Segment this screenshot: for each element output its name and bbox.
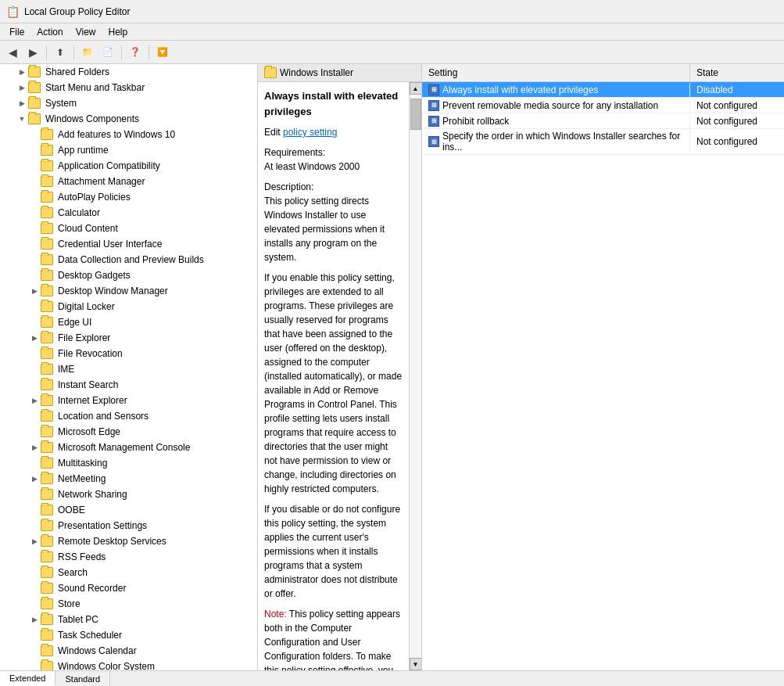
tree-item-task-scheduler[interactable]: Task Scheduler — [0, 627, 257, 643]
scroll-down-btn[interactable]: ▼ — [410, 658, 422, 670]
policy-icon-always-install: ⊞ — [428, 84, 439, 95]
folder-icon-instant-search — [41, 379, 53, 390]
tree-item-windows-components[interactable]: ▼Windows Components — [0, 111, 257, 127]
toolbar-up[interactable]: ⬆ — [51, 44, 70, 61]
scroll-up-btn[interactable]: ▲ — [410, 82, 422, 95]
tree-item-desktop-window[interactable]: ▶Desktop Window Manager — [0, 283, 257, 299]
tree-label-multitasking: Multitasking — [55, 458, 107, 469]
tree-item-microsoft-mgmt[interactable]: ▶Microsoft Management Console — [0, 440, 257, 455]
col-state: State — [690, 64, 784, 81]
tree-item-system[interactable]: ▶System — [0, 95, 257, 111]
toolbar-forward[interactable]: ▶ — [23, 44, 42, 61]
menu-action[interactable]: Action — [30, 25, 69, 39]
tree-label-attachment-manager: Attachment Manager — [55, 176, 145, 187]
tree-item-internet-explorer[interactable]: ▶Internet Explorer — [0, 393, 257, 408]
folder-icon-digital-locker — [41, 301, 53, 312]
folder-icon-edge-ui — [41, 317, 53, 328]
tree-item-attachment-manager[interactable]: Attachment Manager — [0, 174, 257, 189]
tree-label-credential-ui: Credential User Interface — [55, 239, 162, 250]
tree-item-data-collection[interactable]: Data Collection and Preview Builds — [0, 252, 257, 268]
tree-item-start-menu[interactable]: ▶Start Menu and Taskbar — [0, 80, 257, 95]
desc-edit-link: Edit policy setting — [264, 125, 403, 139]
tree-item-presentation-settings[interactable]: Presentation Settings — [0, 518, 257, 533]
tree-item-app-compat[interactable]: Application Compatibility — [0, 158, 257, 174]
tree-label-start-menu: Start Menu and Taskbar — [43, 82, 145, 93]
expand-icon-windows-color — [28, 660, 41, 670]
folder-icon-attachment-manager — [41, 176, 53, 187]
toolbar-help[interactable]: ❓ — [126, 44, 145, 61]
tree-label-oobe: OOBE — [55, 505, 85, 515]
tab-standard[interactable]: Standard — [55, 671, 110, 686]
tree-item-netmeeting[interactable]: ▶NetMeeting — [0, 471, 257, 487]
tree-label-store: Store — [55, 598, 81, 609]
tree-label-app-compat: Application Compatibility — [55, 160, 160, 171]
tree-item-rss-feeds[interactable]: RSS Feeds — [0, 549, 257, 565]
folder-icon-network-sharing — [41, 489, 53, 500]
expand-icon-network-sharing — [28, 488, 41, 501]
settings-row-specify-order[interactable]: ⊞Specify the order in which Windows Inst… — [422, 129, 784, 155]
toolbar-show-hide[interactable]: 📁 — [78, 44, 97, 61]
folder-icon-system — [28, 98, 41, 109]
tab-extended[interactable]: Extended — [0, 671, 55, 686]
tree-item-tablet-pc[interactable]: ▶Tablet PC — [0, 612, 257, 627]
expand-icon-tablet-pc: ▶ — [28, 613, 41, 626]
tree-item-windows-calendar[interactable]: Windows Calendar — [0, 643, 257, 659]
description-text: This policy setting directs Windows Inst… — [264, 196, 385, 263]
policy-setting-link[interactable]: policy setting — [283, 127, 337, 138]
tree-item-shared-folders[interactable]: ▶Shared Folders — [0, 64, 257, 80]
tree-label-ime: IME — [55, 364, 74, 375]
tree-item-file-revocation[interactable]: File Revocation — [0, 346, 257, 361]
tree-label-search: Search — [55, 567, 88, 578]
settings-row-prevent-removable[interactable]: ⊞Prevent removable media source for any … — [422, 98, 784, 113]
scroll-thumb[interactable] — [410, 99, 421, 130]
tree-item-add-features[interactable]: Add features to Windows 10 — [0, 127, 257, 142]
settings-row-prohibit-rollback[interactable]: ⊞Prohibit rollbackNot configured — [422, 113, 784, 129]
settings-row-always-install[interactable]: ⊞Always install with elevated privileges… — [422, 82, 784, 98]
folder-icon-cloud-content — [41, 223, 53, 234]
menu-view[interactable]: View — [70, 25, 102, 39]
tree-item-file-explorer[interactable]: ▶File Explorer — [0, 330, 257, 346]
tree-label-internet-explorer: Internet Explorer — [55, 395, 127, 406]
expand-icon-windows-components: ▼ — [16, 113, 28, 125]
expand-icon-credential-ui — [28, 238, 41, 250]
expand-icon-instant-search — [28, 379, 41, 391]
scroll-track[interactable] — [410, 95, 422, 658]
tree-item-search[interactable]: Search — [0, 565, 257, 580]
tree-item-remote-desktop[interactable]: ▶Remote Desktop Services — [0, 533, 257, 549]
tree-item-sound-recorder[interactable]: Sound Recorder — [0, 580, 257, 596]
tree-item-microsoft-edge[interactable]: Microsoft Edge — [0, 424, 257, 440]
tree-label-rss-feeds: RSS Feeds — [55, 551, 106, 562]
settings-row-state-always-install: Disabled — [690, 83, 784, 97]
folder-icon-presentation-settings — [41, 520, 53, 531]
tree-item-autoplay[interactable]: AutoPlay Policies — [0, 189, 257, 205]
tree-item-instant-search[interactable]: Instant Search — [0, 377, 257, 393]
tree-item-oobe[interactable]: OOBE — [0, 502, 257, 518]
tree-item-credential-ui[interactable]: Credential User Interface — [0, 236, 257, 252]
tree-label-task-scheduler: Task Scheduler — [55, 630, 122, 641]
tree-item-store[interactable]: Store — [0, 596, 257, 612]
tree-item-edge-ui[interactable]: Edge UI — [0, 314, 257, 330]
tree-item-digital-locker[interactable]: Digital Locker — [0, 299, 257, 314]
tree-item-calculator[interactable]: Calculator — [0, 205, 257, 221]
tree-item-multitasking[interactable]: Multitasking — [0, 455, 257, 471]
settings-row-name-always-install: ⊞Always install with elevated privileges — [422, 83, 690, 97]
desc-scroll-content[interactable]: Always install with elevated privileges … — [258, 82, 409, 670]
tree-item-network-sharing[interactable]: Network Sharing — [0, 487, 257, 502]
settings-row-state-specify-order: Not configured — [690, 135, 784, 149]
tree-label-shared-folders: Shared Folders — [43, 66, 109, 77]
tree-item-location-sensors[interactable]: Location and Sensors — [0, 408, 257, 424]
folder-icon-data-collection — [41, 254, 53, 265]
menu-help[interactable]: Help — [102, 25, 134, 39]
tree-item-cloud-content[interactable]: Cloud Content — [0, 221, 257, 236]
tree-label-autoplay: AutoPlay Policies — [55, 192, 131, 203]
tree-item-windows-color[interactable]: Windows Color System — [0, 659, 257, 670]
tree-item-app-runtime[interactable]: App runtime — [0, 142, 257, 158]
toolbar-properties[interactable]: 📄 — [98, 44, 117, 61]
tree-item-ime[interactable]: IME — [0, 361, 257, 377]
folder-icon-search — [41, 567, 53, 578]
toolbar-filter[interactable]: 🔽 — [153, 44, 172, 61]
toolbar-back[interactable]: ◀ — [3, 44, 22, 61]
toolbar: ◀ ▶ ⬆ 📁 📄 ❓ 🔽 — [0, 41, 784, 64]
menu-file[interactable]: File — [3, 25, 30, 39]
tree-item-desktop-gadgets[interactable]: Desktop Gadgets — [0, 268, 257, 283]
